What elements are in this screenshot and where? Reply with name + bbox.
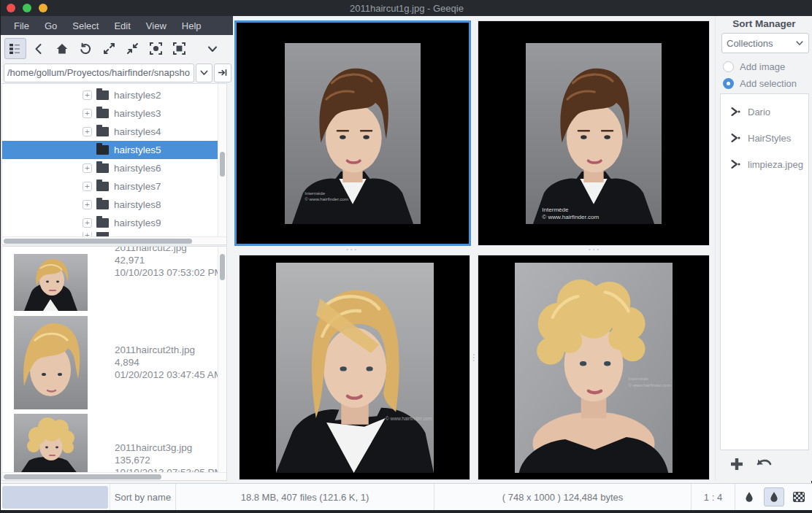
file-row-2011haircut2th[interactable]: 2011haircut2th.jpg 4,894 01/20/2012 03:4… (2, 316, 218, 412)
scrollbar-thumb[interactable] (4, 474, 161, 479)
file-vertical-scrollbar[interactable] (218, 247, 226, 473)
chevron-left-icon (32, 42, 45, 55)
original-size-icon (172, 42, 186, 55)
menu-view[interactable]: View (139, 18, 175, 34)
write-metadata-button[interactable] (789, 487, 809, 506)
svg-text:© www.hairfinder.com: © www.hairfinder.com (542, 213, 599, 220)
collection-item-limpieza[interactable]: limpieza.jpeg (721, 151, 808, 177)
menu-help[interactable]: Help (175, 18, 210, 34)
image-tile-1-selected[interactable]: Intermède © www.hairfinder.com (234, 20, 471, 246)
path-dropdown-button[interactable] (196, 63, 213, 82)
tree-item-hairstyles6[interactable]: +hairstyles6 (2, 159, 226, 177)
pane-splitter-handle[interactable]: ··· (589, 245, 601, 254)
svg-text:Intermède: Intermède (542, 206, 569, 212)
tree-label: hairstyles8 (114, 199, 161, 210)
menu-edit[interactable]: Edit (107, 18, 138, 34)
toolbar-overflow-button[interactable] (202, 38, 223, 59)
scrollbar-thumb[interactable] (220, 152, 225, 177)
file-thumbnail[interactable] (14, 414, 88, 474)
folder-icon (96, 145, 109, 155)
zoom-ratio[interactable]: 1 : 4 (692, 484, 735, 510)
expand-icon[interactable]: + (83, 200, 92, 209)
file-size: 135,672 (115, 454, 223, 466)
add-collection-button[interactable] (729, 456, 745, 475)
sort-manager-title: Sort Manager (716, 18, 812, 29)
zoom-original-button[interactable] (168, 38, 190, 59)
sort-mode-button[interactable]: Sort by name (110, 484, 176, 510)
refresh-button[interactable] (74, 38, 96, 59)
tree-vertical-scrollbar[interactable] (218, 84, 226, 237)
add-image-option[interactable]: Add image (723, 61, 785, 72)
zoom-fit-button[interactable] (145, 38, 166, 59)
droplet-icon (744, 491, 754, 503)
file-thumbnail[interactable] (14, 254, 88, 311)
view-mode-list-button[interactable] (4, 38, 26, 59)
pane-splitter-handle[interactable]: ··· (346, 245, 359, 254)
expand-icon[interactable]: + (83, 127, 92, 136)
svg-text:Intermède: Intermède (629, 377, 649, 381)
file-thumbnail[interactable] (14, 316, 88, 409)
image-tile-2[interactable]: Intermède © www.hairfinder.com (478, 20, 710, 246)
expand-icon (102, 42, 116, 55)
zoom-out-button[interactable] (121, 38, 143, 59)
photo-blonde-bob: © www.hairfinder.com (275, 263, 434, 473)
scrollbar-thumb[interactable] (4, 239, 192, 244)
collections-dropdown-value: Collections (727, 38, 773, 49)
file-row-2011haircut3g[interactable]: 2011haircut3g.jpg 135,672 10/10/2013 07:… (2, 414, 218, 481)
pane-splitter-handle[interactable]: ··· (472, 353, 476, 362)
collection-item-hairstyles[interactable]: HairStyles (721, 125, 808, 151)
menu-file[interactable]: File (7, 18, 37, 34)
radio-on-icon[interactable] (723, 78, 734, 89)
tree-label: hairstyles4 (114, 126, 161, 137)
sort-mode-label: Sort by name (115, 492, 171, 503)
tree-item-hairstyles4[interactable]: +hairstyles4 (2, 123, 226, 141)
color-management-on-button[interactable] (764, 487, 784, 506)
tree-horizontal-scrollbar[interactable] (2, 236, 226, 244)
zoom-in-button[interactable] (98, 38, 120, 59)
plus-icon (729, 456, 745, 472)
thumbnail-photo (14, 414, 88, 474)
maximize-window-button[interactable] (23, 4, 31, 12)
home-icon (55, 42, 69, 55)
collections-dropdown[interactable]: Collections (721, 33, 809, 53)
expand-icon[interactable]: + (83, 182, 92, 191)
add-selection-option[interactable]: Add selection (723, 78, 797, 89)
collection-arrow-icon (729, 106, 741, 117)
expand-icon[interactable]: + (83, 109, 92, 118)
tree-item-hairstyles2[interactable]: +hairstyles2 (2, 86, 226, 104)
color-management-off-button[interactable] (739, 487, 759, 506)
radio-label: Add selection (740, 78, 797, 89)
image-tile-3[interactable]: © www.hairfinder.com (239, 255, 470, 480)
undo-button[interactable] (755, 457, 773, 474)
status-toggles (735, 484, 812, 510)
tree-item-hairstyles7[interactable]: +hairstyles7 (2, 177, 226, 196)
minimize-window-button[interactable] (39, 4, 47, 12)
tree-item-hairstyles9[interactable]: +hairstyles9 (2, 214, 226, 232)
expand-icon[interactable]: + (83, 218, 92, 228)
image-tile-4[interactable]: Intermède © www.hairfinder.com (478, 255, 710, 480)
collection-item-dario[interactable]: Dario (721, 94, 808, 125)
chevron-down-icon (199, 68, 209, 77)
expand-icon[interactable]: + (83, 90, 92, 100)
tree-item-hairstyles5[interactable]: hairstyles5 (114, 144, 161, 155)
folder-icon (96, 163, 109, 173)
expand-icon[interactable]: + (83, 163, 92, 173)
back-button[interactable] (28, 38, 50, 59)
tree-item-hairstyles8[interactable]: +hairstyles8 (2, 196, 226, 214)
collection-label: HairStyles (748, 133, 791, 144)
tree-item-hairstyles3[interactable]: +hairstyles3 (2, 104, 226, 123)
shrink-icon (126, 42, 139, 55)
path-input[interactable] (4, 63, 194, 82)
close-window-button[interactable] (7, 4, 15, 12)
status-bar: Sort by name 18.8 MB, 407 files (121.6 K… (1, 483, 812, 510)
path-go-button[interactable] (214, 63, 231, 82)
file-row-2011haircut2[interactable]: 2011haircut2.jpg 42,971 10/10/2013 07:53… (2, 247, 218, 316)
radio-off-icon[interactable] (723, 61, 734, 72)
menu-select[interactable]: Select (65, 18, 107, 34)
home-button[interactable] (51, 38, 73, 59)
menu-go[interactable]: Go (37, 18, 65, 34)
scrollbar-thumb[interactable] (220, 254, 225, 280)
file-horizontal-scrollbar[interactable] (2, 472, 226, 480)
folder-icon (96, 218, 109, 228)
tree-label: hairstyles6 (114, 163, 161, 174)
